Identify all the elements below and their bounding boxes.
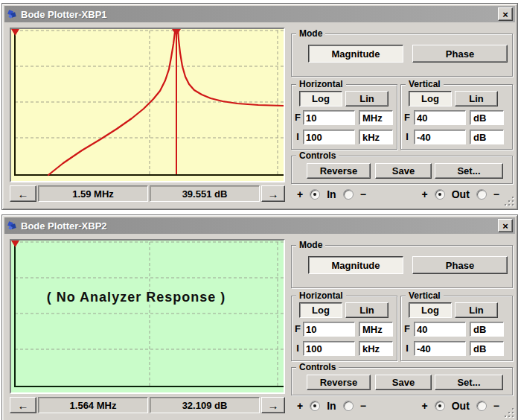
in-minus-radio[interactable] bbox=[343, 189, 354, 200]
in-minus-label: − bbox=[360, 188, 366, 200]
vertical-log-button[interactable]: Log bbox=[409, 302, 452, 318]
out-minus-label: − bbox=[493, 188, 499, 200]
horizontal-log-button[interactable]: Log bbox=[299, 91, 342, 106]
cursor-right-button[interactable]: → bbox=[261, 397, 285, 413]
mode-group-label: Mode bbox=[296, 28, 325, 39]
horizontal-lin-button[interactable]: Lin bbox=[345, 302, 388, 318]
bode-plot-display[interactable] bbox=[10, 28, 285, 182]
vertical-f-unit: dB bbox=[470, 110, 504, 125]
in-minus-label: − bbox=[360, 400, 366, 412]
right-arrow-icon: → bbox=[268, 188, 279, 200]
vertical-i-label: I bbox=[403, 343, 412, 354]
vertical-lin-button[interactable]: Lin bbox=[455, 302, 498, 318]
vertical-f-input[interactable] bbox=[414, 322, 466, 337]
plot-message: ( No Analyzer Response ) bbox=[11, 290, 261, 305]
set-button[interactable]: Set... bbox=[435, 163, 503, 179]
horizontal-group: Horizontal Log Lin F MHz I kHz bbox=[291, 84, 397, 150]
horizontal-i-input[interactable] bbox=[303, 341, 355, 356]
in-plus-radio[interactable] bbox=[310, 189, 320, 200]
horizontal-i-unit: kHz bbox=[359, 341, 393, 356]
titlebar[interactable]: Bode Plotter-XBP1 × bbox=[4, 6, 515, 22]
horizontal-i-unit: kHz bbox=[359, 130, 393, 144]
in-plus-radio[interactable] bbox=[310, 401, 320, 411]
resize-grip[interactable] bbox=[505, 197, 514, 206]
frequency-readout: 1.59 MHz bbox=[38, 185, 148, 202]
phase-button[interactable]: Phase bbox=[412, 256, 508, 274]
horizontal-group-label: Horizontal bbox=[296, 290, 346, 301]
titlebar[interactable]: Bode Plotter-XBP2 × bbox=[4, 217, 515, 234]
vertical-i-input[interactable] bbox=[414, 130, 466, 144]
cursor-left-button[interactable]: ← bbox=[10, 185, 36, 202]
vertical-group: Vertical Log Lin F dB I dB bbox=[400, 296, 513, 361]
vertical-f-unit: dB bbox=[470, 322, 504, 337]
horizontal-f-input[interactable] bbox=[303, 322, 355, 337]
vertical-group-label: Vertical bbox=[406, 79, 444, 89]
left-arrow-icon: ← bbox=[18, 399, 29, 412]
right-arrow-icon: → bbox=[268, 399, 279, 412]
horizontal-i-label: I bbox=[293, 343, 302, 354]
vertical-log-button[interactable]: Log bbox=[409, 91, 452, 106]
out-minus-radio[interactable] bbox=[476, 189, 487, 200]
io-terminals: + In − + Out − bbox=[297, 188, 499, 201]
vertical-i-unit: dB bbox=[470, 341, 504, 356]
out-label: Out bbox=[452, 400, 470, 412]
mode-group-label: Mode bbox=[296, 240, 325, 250]
horizontal-i-input[interactable] bbox=[303, 130, 355, 144]
horizontal-i-label: I bbox=[293, 131, 302, 142]
controls-group: Controls Reverse Save Set... bbox=[291, 367, 513, 395]
vertical-i-unit: dB bbox=[470, 130, 504, 144]
out-minus-label: − bbox=[493, 400, 499, 412]
horizontal-group: Horizontal Log Lin F MHz I kHz bbox=[291, 296, 397, 361]
horizontal-f-input[interactable] bbox=[303, 110, 355, 125]
out-plus-radio[interactable] bbox=[435, 189, 445, 200]
close-icon[interactable]: × bbox=[498, 7, 513, 21]
phase-button[interactable]: Phase bbox=[412, 45, 508, 63]
screen: Bode Plotter-XBP1 × bbox=[0, 0, 518, 420]
bode-plot-display[interactable]: ( No Analyzer Response ) bbox=[10, 239, 285, 394]
reverse-button[interactable]: Reverse bbox=[307, 163, 371, 179]
close-icon[interactable]: × bbox=[498, 219, 513, 232]
horizontal-lin-button[interactable]: Lin bbox=[345, 91, 388, 106]
vertical-f-label: F bbox=[403, 323, 412, 334]
bode-plotter-icon bbox=[7, 220, 18, 232]
bode-plotter-window-xbp1: Bode Plotter-XBP1 × bbox=[1, 3, 518, 210]
controls-group-label: Controls bbox=[296, 150, 339, 161]
magnitude-button[interactable]: Magnitude bbox=[308, 256, 403, 274]
vertical-group-label: Vertical bbox=[406, 290, 444, 301]
in-plus-label: + bbox=[297, 188, 303, 200]
resize-grip[interactable] bbox=[505, 408, 514, 417]
out-plus-label: + bbox=[422, 188, 428, 200]
reverse-button[interactable]: Reverse bbox=[307, 375, 371, 390]
save-button[interactable]: Save bbox=[375, 163, 432, 179]
save-button[interactable]: Save bbox=[375, 375, 432, 390]
window-title: Bode Plotter-XBP1 bbox=[21, 9, 498, 20]
cursor-marker-peak bbox=[172, 29, 181, 36]
out-plus-radio[interactable] bbox=[435, 401, 445, 411]
bode-plotter-icon bbox=[7, 9, 18, 20]
cursor-left-button[interactable]: ← bbox=[10, 397, 36, 413]
window-title: Bode Plotter-XBP2 bbox=[21, 220, 498, 232]
cursor-right-button[interactable]: → bbox=[261, 185, 285, 202]
in-label: In bbox=[327, 400, 336, 412]
bode-empty-grid bbox=[11, 241, 284, 392]
out-terminal-group: + Out − bbox=[422, 400, 499, 412]
horizontal-f-unit: MHz bbox=[359, 322, 393, 337]
out-label: Out bbox=[452, 188, 470, 200]
out-minus-radio[interactable] bbox=[476, 401, 487, 411]
in-terminal-group: + In − bbox=[297, 188, 366, 200]
gain-readout: 32.109 dB bbox=[150, 397, 260, 413]
set-button[interactable]: Set... bbox=[435, 375, 503, 390]
horizontal-f-label: F bbox=[293, 323, 302, 334]
in-minus-radio[interactable] bbox=[343, 401, 354, 411]
cursor-marker-left bbox=[11, 241, 19, 247]
left-arrow-icon: ← bbox=[18, 188, 29, 200]
out-terminal-group: + Out − bbox=[422, 188, 499, 200]
vertical-f-input[interactable] bbox=[414, 110, 466, 125]
in-terminal-group: + In − bbox=[297, 400, 366, 412]
magnitude-button[interactable]: Magnitude bbox=[308, 45, 403, 63]
horizontal-log-button[interactable]: Log bbox=[299, 302, 342, 318]
vertical-i-input[interactable] bbox=[414, 341, 466, 356]
io-terminals: + In − + Out − bbox=[297, 399, 499, 413]
vertical-lin-button[interactable]: Lin bbox=[455, 91, 498, 106]
in-label: In bbox=[327, 188, 336, 200]
